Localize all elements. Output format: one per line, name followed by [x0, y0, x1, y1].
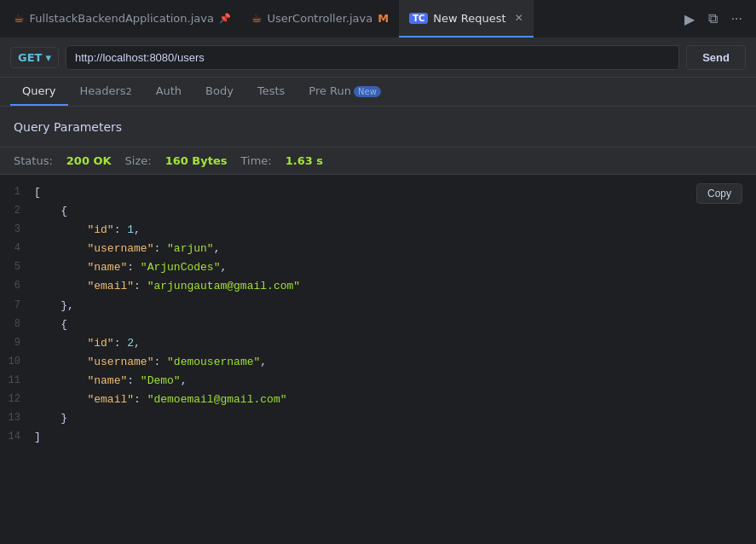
line-content: "name": "Demo", [34, 372, 187, 391]
tab-query-label: Query [22, 84, 56, 97]
line-number: 12 [0, 391, 34, 408]
status-value: 200 OK [66, 154, 112, 167]
line-number: 5 [0, 258, 34, 275]
tab-fullstack[interactable]: ☕ FullstackBackendApplication.java 📌 [3, 0, 241, 38]
tab-body[interactable]: Body [193, 78, 245, 106]
prerun-new-badge: New [354, 86, 381, 97]
tab-headers-label: Headers [80, 84, 126, 97]
line-number: 4 [0, 240, 34, 257]
code-line: 5 "name": "ArjunCodes", [0, 258, 756, 277]
code-line: 12 "email": "demoemail@gmail.com" [0, 391, 756, 409]
tc-badge: TC [409, 13, 428, 24]
line-number: 2 [0, 202, 34, 219]
more-button[interactable]: ··· [728, 9, 746, 28]
tab-new-request[interactable]: TC New Request ✕ [399, 0, 534, 38]
line-content: ] [34, 428, 41, 447]
line-content: } [34, 409, 67, 428]
request-tabs: Query Headers2 Auth Body Tests Pre RunNe… [0, 78, 756, 107]
tab-query[interactable]: Query [10, 78, 68, 106]
run-button[interactable]: ▶ [681, 9, 698, 29]
line-number: 6 [0, 277, 34, 294]
query-parameters-section: Query Parameters [0, 107, 756, 148]
tab-auth[interactable]: Auth [144, 78, 193, 106]
query-parameters-title: Query Parameters [14, 120, 122, 134]
line-content: "username": "arjun", [34, 240, 220, 258]
code-line: 13 } [0, 409, 756, 428]
close-tab-icon[interactable]: ✕ [515, 12, 523, 24]
code-line: 8 { [0, 315, 756, 334]
split-button[interactable]: ⧉ [705, 9, 721, 28]
method-label: GET [18, 51, 42, 64]
line-number: 7 [0, 297, 34, 314]
tab-new-request-label: New Request [433, 12, 505, 25]
line-content: }, [34, 297, 74, 315]
line-content: "id": 2, [34, 334, 141, 353]
tab-auth-label: Auth [156, 84, 182, 97]
tab-fullstack-label: FullstackBackendApplication.java [30, 12, 214, 25]
tab-bar: ☕ FullstackBackendApplication.java 📌 ☕ U… [0, 0, 756, 38]
copy-button[interactable]: Copy [696, 183, 742, 204]
line-number: 1 [0, 183, 34, 200]
line-content: "email": "arjungautam@gmail.com" [34, 277, 300, 296]
send-button[interactable]: Send [686, 45, 746, 70]
code-viewer: 1[2 {3 "id": 1,4 "username": "arjun",5 "… [0, 175, 756, 483]
time-value: 1.63 s [286, 154, 323, 167]
line-number: 13 [0, 409, 34, 426]
line-content: "email": "demoemail@gmail.com" [34, 391, 286, 409]
tab-body-label: Body [205, 84, 234, 97]
line-number: 11 [0, 372, 34, 389]
status-label: Status: [14, 154, 53, 167]
tab-usercontroller-label: UserController.java [267, 12, 372, 25]
line-content: "username": "demousername", [34, 353, 267, 372]
code-line: 6 "email": "arjungautam@gmail.com" [0, 277, 756, 296]
tab-prerun[interactable]: Pre RunNew [297, 78, 393, 106]
line-number: 3 [0, 221, 34, 238]
response-status-bar: Status: 200 OK Size: 160 Bytes Time: 1.6… [0, 148, 756, 175]
line-number: 8 [0, 315, 34, 333]
pin-icon-1: 📌 [219, 13, 231, 24]
code-line: 4 "username": "arjun", [0, 240, 756, 258]
line-content: "name": "ArjunCodes", [34, 258, 227, 277]
tab-headers[interactable]: Headers2 [68, 78, 144, 106]
time-label: Time: [241, 154, 272, 167]
tab-usercontroller[interactable]: ☕ UserController.java M [241, 0, 399, 38]
response-area: 1[2 {3 "id": 1,4 "username": "arjun",5 "… [0, 175, 756, 483]
line-number: 10 [0, 353, 34, 370]
toolbar: GET ▾ Send [0, 38, 756, 78]
java-icon-1: ☕ [14, 11, 25, 25]
size-label: Size: [125, 154, 152, 167]
tab-prerun-label: Pre Run [309, 84, 351, 97]
method-select[interactable]: GET ▾ [10, 47, 59, 68]
line-content: [ [34, 183, 41, 202]
code-line: 7 }, [0, 297, 756, 315]
line-content: "id": 1, [34, 221, 141, 240]
code-line: 1[ [0, 183, 756, 202]
modified-badge: M [378, 12, 389, 25]
headers-badge: 2 [126, 86, 132, 97]
line-content: { [34, 202, 67, 221]
java-icon-2: ☕ [251, 11, 263, 25]
size-value: 160 Bytes [165, 154, 228, 167]
code-line: 14] [0, 428, 756, 447]
line-content: { [34, 315, 67, 334]
code-line: 9 "id": 2, [0, 334, 756, 353]
code-line: 11 "name": "Demo", [0, 372, 756, 391]
line-number: 9 [0, 334, 34, 351]
code-line: 3 "id": 1, [0, 221, 756, 240]
line-number: 14 [0, 428, 34, 445]
method-arrow-icon: ▾ [45, 51, 51, 64]
tab-tests[interactable]: Tests [245, 78, 297, 106]
code-line: 2 { [0, 202, 756, 221]
tab-tests-label: Tests [257, 84, 285, 97]
url-input[interactable] [66, 45, 679, 70]
code-line: 10 "username": "demousername", [0, 353, 756, 372]
tab-actions: ▶ ⧉ ··· [681, 9, 753, 29]
